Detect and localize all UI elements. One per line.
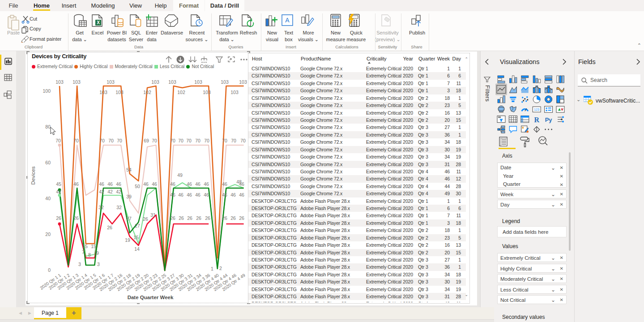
svg-text:46: 46 bbox=[178, 192, 183, 197]
svg-text:103: 103 bbox=[203, 90, 211, 95]
svg-text:8: 8 bbox=[88, 252, 91, 258]
svg-text:45: 45 bbox=[56, 181, 61, 187]
svg-text:46: 46 bbox=[107, 181, 113, 187]
svg-text:46: 46 bbox=[143, 181, 149, 187]
svg-text:32: 32 bbox=[98, 205, 104, 210]
svg-text:70: 70 bbox=[55, 138, 61, 143]
svg-text:70: 70 bbox=[222, 138, 227, 143]
svg-text:46: 46 bbox=[195, 181, 200, 187]
svg-text:46: 46 bbox=[152, 181, 157, 187]
svg-text:X: X bbox=[97, 20, 100, 25]
svg-text:103: 103 bbox=[239, 79, 247, 85]
svg-text:102: 102 bbox=[143, 90, 151, 95]
svg-text:R: R bbox=[534, 116, 539, 124]
svg-text:103: 103 bbox=[115, 90, 124, 95]
svg-text:19: 19 bbox=[125, 237, 130, 243]
svg-text:26: 26 bbox=[187, 215, 192, 221]
svg-text:50: 50 bbox=[135, 184, 140, 189]
svg-text:54: 54 bbox=[126, 167, 132, 172]
svg-text:103: 103 bbox=[99, 90, 107, 95]
svg-text:70: 70 bbox=[240, 138, 246, 143]
svg-text:46: 46 bbox=[222, 181, 227, 187]
svg-text:102: 102 bbox=[177, 90, 185, 95]
svg-text:27: 27 bbox=[126, 216, 132, 221]
svg-text:26: 26 bbox=[170, 215, 175, 221]
svg-text:46: 46 bbox=[170, 181, 175, 187]
svg-text:Devices: Devices bbox=[30, 166, 36, 185]
svg-text:26: 26 bbox=[143, 216, 148, 222]
svg-text:Date Quarter Week: Date Quarter Week bbox=[128, 295, 174, 300]
svg-text:103: 103 bbox=[55, 79, 64, 85]
svg-text:103: 103 bbox=[194, 79, 202, 85]
svg-text:7: 7 bbox=[82, 249, 85, 255]
svg-text:46: 46 bbox=[239, 192, 244, 197]
svg-text:70: 70 bbox=[170, 138, 175, 143]
svg-text:69: 69 bbox=[144, 138, 149, 143]
svg-text:70: 70 bbox=[73, 138, 79, 143]
svg-text:26: 26 bbox=[239, 215, 244, 221]
svg-text:49: 49 bbox=[177, 172, 183, 178]
svg-text:46: 46 bbox=[204, 181, 209, 187]
svg-text:46: 46 bbox=[195, 192, 200, 197]
svg-text:15: 15 bbox=[133, 235, 139, 240]
svg-text:42: 42 bbox=[116, 189, 121, 194]
svg-text:26: 26 bbox=[56, 215, 61, 221]
svg-text:42: 42 bbox=[56, 189, 61, 194]
svg-text:46: 46 bbox=[204, 192, 209, 197]
svg-text:26: 26 bbox=[230, 215, 236, 221]
svg-text:26: 26 bbox=[73, 215, 79, 221]
svg-text:103: 103 bbox=[107, 79, 115, 85]
svg-text:100: 100 bbox=[43, 88, 51, 94]
svg-text:42: 42 bbox=[107, 189, 113, 194]
svg-text:26: 26 bbox=[196, 215, 201, 221]
svg-text:Py: Py bbox=[545, 116, 553, 123]
svg-text:70: 70 bbox=[117, 138, 122, 143]
svg-text:70: 70 bbox=[195, 138, 200, 143]
svg-text:26: 26 bbox=[107, 225, 112, 230]
svg-text:48: 48 bbox=[236, 179, 242, 185]
svg-text:39: 39 bbox=[126, 194, 132, 199]
svg-text:26: 26 bbox=[205, 215, 210, 221]
svg-text:27: 27 bbox=[135, 223, 140, 228]
svg-text:103: 103 bbox=[73, 79, 81, 85]
svg-text:46: 46 bbox=[187, 192, 192, 197]
svg-text:15: 15 bbox=[82, 244, 88, 249]
svg-text:46: 46 bbox=[99, 181, 104, 187]
svg-text:40: 40 bbox=[45, 196, 51, 201]
svg-text:3: 3 bbox=[78, 262, 81, 267]
svg-text:70: 70 bbox=[99, 138, 105, 143]
svg-text:26: 26 bbox=[179, 215, 184, 221]
svg-text:14: 14 bbox=[134, 246, 140, 252]
svg-text:46: 46 bbox=[230, 192, 236, 197]
svg-text:9: 9 bbox=[96, 250, 99, 256]
svg-text:20: 20 bbox=[45, 232, 51, 237]
svg-text:123: 123 bbox=[534, 108, 539, 111]
svg-text:31: 31 bbox=[150, 212, 156, 218]
svg-text:70: 70 bbox=[204, 138, 209, 143]
svg-text:70: 70 bbox=[152, 138, 157, 143]
svg-text:103: 103 bbox=[221, 79, 229, 85]
svg-text:2: 2 bbox=[219, 266, 222, 271]
svg-text:3: 3 bbox=[97, 262, 100, 267]
svg-text:46: 46 bbox=[73, 181, 79, 187]
svg-text:70: 70 bbox=[108, 138, 114, 143]
svg-text:46: 46 bbox=[222, 192, 227, 197]
svg-text:70: 70 bbox=[178, 138, 183, 143]
svg-text:46: 46 bbox=[116, 181, 121, 187]
svg-text:103: 103 bbox=[168, 79, 176, 85]
svg-text:46: 46 bbox=[170, 192, 175, 197]
svg-text:70: 70 bbox=[231, 138, 236, 143]
svg-text:42: 42 bbox=[99, 189, 104, 194]
svg-text:32: 32 bbox=[116, 205, 122, 210]
svg-text:103: 103 bbox=[151, 79, 159, 85]
svg-text:46: 46 bbox=[187, 181, 192, 187]
svg-text:103: 103 bbox=[230, 90, 239, 95]
svg-text:60: 60 bbox=[45, 160, 51, 165]
svg-text:15: 15 bbox=[91, 244, 96, 249]
svg-text:0: 0 bbox=[48, 267, 51, 273]
svg-text:70: 70 bbox=[186, 138, 192, 143]
svg-text:26: 26 bbox=[222, 215, 227, 221]
svg-text:1: 1 bbox=[211, 266, 213, 271]
svg-text:A: A bbox=[285, 17, 290, 24]
